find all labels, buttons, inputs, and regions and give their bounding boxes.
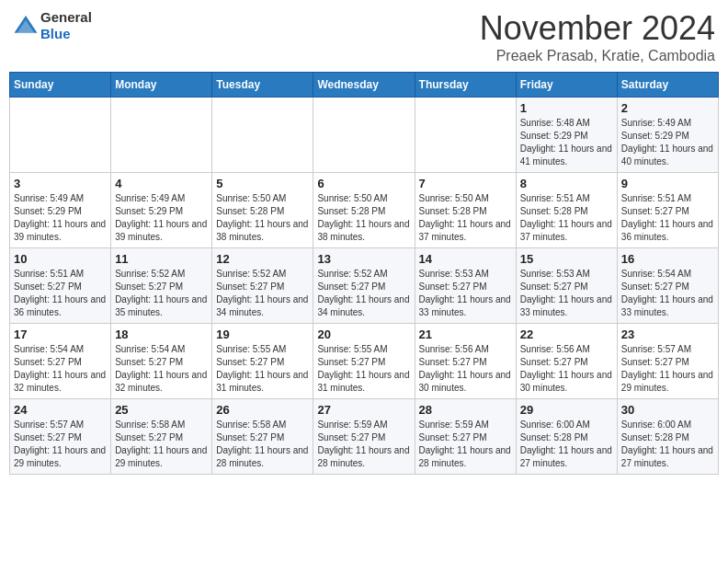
- page-header: General Blue November 2024 Preaek Prasab…: [9, 9, 719, 64]
- logo-icon: [13, 13, 39, 39]
- calendar-cell: 6Sunrise: 5:50 AM Sunset: 5:28 PM Daylig…: [313, 173, 415, 248]
- day-number: 11: [115, 252, 208, 266]
- day-info: Sunrise: 5:58 AM Sunset: 5:27 PM Dayligh…: [115, 419, 208, 470]
- day-info: Sunrise: 5:56 AM Sunset: 5:27 PM Dayligh…: [520, 343, 613, 395]
- day-number: 14: [419, 252, 512, 266]
- calendar-cell: 25Sunrise: 5:58 AM Sunset: 5:27 PM Dayli…: [111, 399, 212, 475]
- day-info: Sunrise: 5:54 AM Sunset: 5:27 PM Dayligh…: [115, 343, 208, 395]
- week-row-2: 3Sunrise: 5:49 AM Sunset: 5:29 PM Daylig…: [10, 173, 719, 248]
- day-info: Sunrise: 5:49 AM Sunset: 5:29 PM Dayligh…: [621, 117, 714, 168]
- calendar-cell: 29Sunrise: 6:00 AM Sunset: 5:28 PM Dayli…: [516, 399, 617, 475]
- weekday-header-sunday: Sunday: [10, 73, 111, 98]
- day-info: Sunrise: 5:59 AM Sunset: 5:27 PM Dayligh…: [317, 419, 410, 470]
- logo-text: General Blue: [40, 9, 92, 42]
- calendar-cell: 10Sunrise: 5:51 AM Sunset: 5:27 PM Dayli…: [10, 248, 111, 324]
- day-number: 17: [14, 327, 107, 341]
- day-number: 18: [115, 327, 208, 341]
- day-info: Sunrise: 5:52 AM Sunset: 5:27 PM Dayligh…: [317, 268, 410, 319]
- day-number: 3: [14, 177, 107, 190]
- calendar-cell: 24Sunrise: 5:57 AM Sunset: 5:27 PM Dayli…: [10, 399, 111, 475]
- calendar-cell: 9Sunrise: 5:51 AM Sunset: 5:27 PM Daylig…: [617, 173, 718, 248]
- day-info: Sunrise: 5:56 AM Sunset: 5:27 PM Dayligh…: [419, 343, 512, 395]
- calendar-cell: [10, 98, 111, 173]
- calendar-cell: 11Sunrise: 5:52 AM Sunset: 5:27 PM Dayli…: [111, 248, 212, 324]
- calendar-cell: [212, 98, 313, 173]
- day-number: 27: [317, 403, 410, 417]
- day-number: 23: [621, 327, 714, 341]
- calendar-cell: 4Sunrise: 5:49 AM Sunset: 5:29 PM Daylig…: [111, 173, 212, 248]
- day-info: Sunrise: 5:54 AM Sunset: 5:27 PM Dayligh…: [621, 268, 714, 319]
- calendar-cell: 8Sunrise: 5:51 AM Sunset: 5:28 PM Daylig…: [516, 173, 617, 248]
- weekday-header-wednesday: Wednesday: [313, 73, 415, 98]
- calendar-cell: [313, 98, 415, 173]
- day-number: 12: [216, 252, 309, 266]
- day-number: 10: [14, 252, 107, 266]
- day-info: Sunrise: 5:51 AM Sunset: 5:27 PM Dayligh…: [621, 192, 714, 244]
- week-row-5: 24Sunrise: 5:57 AM Sunset: 5:27 PM Dayli…: [10, 399, 719, 475]
- calendar-cell: 19Sunrise: 5:55 AM Sunset: 5:27 PM Dayli…: [212, 324, 313, 399]
- day-number: 5: [216, 177, 309, 190]
- calendar-cell: 27Sunrise: 5:59 AM Sunset: 5:27 PM Dayli…: [313, 399, 415, 475]
- day-info: Sunrise: 5:55 AM Sunset: 5:27 PM Dayligh…: [216, 343, 309, 395]
- calendar-cell: 23Sunrise: 5:57 AM Sunset: 5:27 PM Dayli…: [617, 324, 718, 399]
- calendar-cell: 20Sunrise: 5:55 AM Sunset: 5:27 PM Dayli…: [313, 324, 415, 399]
- calendar-cell: [415, 98, 516, 173]
- day-info: Sunrise: 6:00 AM Sunset: 5:28 PM Dayligh…: [520, 419, 613, 470]
- day-info: Sunrise: 5:49 AM Sunset: 5:29 PM Dayligh…: [14, 192, 107, 244]
- day-info: Sunrise: 5:50 AM Sunset: 5:28 PM Dayligh…: [216, 192, 309, 244]
- day-number: 29: [520, 403, 613, 417]
- title-block: November 2024 Preaek Prasab, Kratie, Cam…: [480, 9, 715, 64]
- day-info: Sunrise: 5:58 AM Sunset: 5:27 PM Dayligh…: [216, 419, 309, 470]
- day-number: 2: [621, 101, 714, 115]
- week-row-4: 17Sunrise: 5:54 AM Sunset: 5:27 PM Dayli…: [10, 324, 719, 399]
- day-info: Sunrise: 5:48 AM Sunset: 5:29 PM Dayligh…: [520, 117, 613, 168]
- day-info: Sunrise: 5:55 AM Sunset: 5:27 PM Dayligh…: [317, 343, 410, 395]
- logo: General Blue: [13, 9, 92, 42]
- calendar-cell: 26Sunrise: 5:58 AM Sunset: 5:27 PM Dayli…: [212, 399, 313, 475]
- calendar-cell: 12Sunrise: 5:52 AM Sunset: 5:27 PM Dayli…: [212, 248, 313, 324]
- calendar-cell: 22Sunrise: 5:56 AM Sunset: 5:27 PM Dayli…: [516, 324, 617, 399]
- day-number: 16: [621, 252, 714, 266]
- calendar-cell: 28Sunrise: 5:59 AM Sunset: 5:27 PM Dayli…: [415, 399, 516, 475]
- day-number: 4: [115, 177, 208, 190]
- day-number: 15: [520, 252, 613, 266]
- day-number: 20: [317, 327, 410, 341]
- day-number: 24: [14, 403, 107, 417]
- calendar-cell: [111, 98, 212, 173]
- calendar-cell: 21Sunrise: 5:56 AM Sunset: 5:27 PM Dayli…: [415, 324, 516, 399]
- weekday-header-tuesday: Tuesday: [212, 73, 313, 98]
- logo-general: General: [40, 9, 92, 26]
- calendar-cell: 15Sunrise: 5:53 AM Sunset: 5:27 PM Dayli…: [516, 248, 617, 324]
- weekday-header-monday: Monday: [111, 73, 212, 98]
- weekday-row: SundayMondayTuesdayWednesdayThursdayFrid…: [10, 73, 719, 98]
- calendar-cell: 16Sunrise: 5:54 AM Sunset: 5:27 PM Dayli…: [617, 248, 718, 324]
- calendar-cell: 17Sunrise: 5:54 AM Sunset: 5:27 PM Dayli…: [10, 324, 111, 399]
- day-number: 21: [419, 327, 512, 341]
- day-number: 7: [419, 177, 512, 190]
- day-number: 13: [317, 252, 410, 266]
- calendar-cell: 1Sunrise: 5:48 AM Sunset: 5:29 PM Daylig…: [516, 98, 617, 173]
- day-number: 1: [520, 101, 613, 115]
- calendar-cell: 14Sunrise: 5:53 AM Sunset: 5:27 PM Dayli…: [415, 248, 516, 324]
- day-number: 22: [520, 327, 613, 341]
- day-info: Sunrise: 6:00 AM Sunset: 5:28 PM Dayligh…: [621, 419, 714, 470]
- logo-blue: Blue: [40, 26, 92, 42]
- day-number: 28: [419, 403, 512, 417]
- calendar-cell: 7Sunrise: 5:50 AM Sunset: 5:28 PM Daylig…: [415, 173, 516, 248]
- day-number: 26: [216, 403, 309, 417]
- day-number: 25: [115, 403, 208, 417]
- calendar-body: 1Sunrise: 5:48 AM Sunset: 5:29 PM Daylig…: [10, 98, 719, 475]
- location: Preaek Prasab, Kratie, Cambodia: [480, 48, 715, 64]
- calendar-cell: 5Sunrise: 5:50 AM Sunset: 5:28 PM Daylig…: [212, 173, 313, 248]
- day-info: Sunrise: 5:53 AM Sunset: 5:27 PM Dayligh…: [419, 268, 512, 319]
- day-info: Sunrise: 5:50 AM Sunset: 5:28 PM Dayligh…: [419, 192, 512, 244]
- day-info: Sunrise: 5:59 AM Sunset: 5:27 PM Dayligh…: [419, 419, 512, 470]
- day-info: Sunrise: 5:57 AM Sunset: 5:27 PM Dayligh…: [621, 343, 714, 395]
- day-number: 6: [317, 177, 410, 190]
- day-info: Sunrise: 5:52 AM Sunset: 5:27 PM Dayligh…: [216, 268, 309, 319]
- day-info: Sunrise: 5:54 AM Sunset: 5:27 PM Dayligh…: [14, 343, 107, 395]
- calendar-cell: 30Sunrise: 6:00 AM Sunset: 5:28 PM Dayli…: [617, 399, 718, 475]
- weekday-header-thursday: Thursday: [415, 73, 516, 98]
- month-title: November 2024: [480, 9, 715, 48]
- day-info: Sunrise: 5:52 AM Sunset: 5:27 PM Dayligh…: [115, 268, 208, 319]
